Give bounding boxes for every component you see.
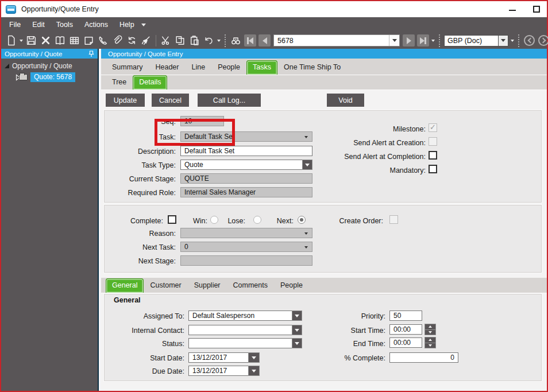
percent-complete-field[interactable]: 0 [389, 352, 458, 363]
call-log-button[interactable]: Call Log... [198, 94, 261, 107]
start-time-stepper[interactable] [424, 324, 436, 335]
tab-supplier[interactable]: Supplier [188, 279, 227, 293]
history-forward-icon[interactable] [538, 35, 548, 46]
lose-label: Lose: [218, 217, 245, 225]
currency-dropdown-icon[interactable] [498, 36, 508, 46]
currency-value[interactable]: GBP (Doc) [445, 37, 498, 45]
tab-customer[interactable]: Customer [144, 279, 187, 293]
tab-people[interactable]: People [274, 279, 309, 293]
due-date-value[interactable]: 13/12/2017 [188, 366, 248, 376]
end-time-field[interactable]: 00:00 [389, 337, 422, 348]
toolbar-dotted-separator [518, 34, 519, 47]
cancel-button[interactable]: Cancel [152, 94, 189, 107]
delete-icon[interactable] [38, 34, 53, 48]
nav-last-icon[interactable] [417, 34, 429, 46]
due-date-calendar-icon[interactable] [248, 366, 260, 376]
new-dropdown-icon[interactable] [20, 40, 23, 42]
tree-expanded-icon[interactable] [5, 64, 9, 68]
record-id-dropdown-icon[interactable] [389, 35, 399, 46]
lose-radio[interactable] [253, 216, 261, 224]
record-id-value[interactable]: 5678 [274, 37, 389, 45]
tab-comments[interactable]: Comments [227, 279, 274, 293]
currency-combo[interactable]: GBP (Doc) [444, 35, 508, 46]
contacts-icon[interactable] [53, 34, 67, 48]
minimize-button[interactable] [509, 10, 516, 11]
memo-icon[interactable] [82, 34, 96, 48]
grid-icon[interactable] [67, 34, 82, 48]
tree-child-label[interactable]: Quote: 5678 [30, 72, 75, 82]
toolbar-dotted-separator [439, 34, 440, 47]
folder-icon [19, 74, 28, 80]
nav-overflow-icon[interactable] [431, 40, 435, 42]
menu-help[interactable]: Help [114, 18, 140, 31]
tree-root-node[interactable]: Opportunity / Quote [5, 61, 98, 71]
menu-tools[interactable]: Tools [51, 18, 79, 31]
next-task-dropdown: 0 [180, 242, 312, 252]
start-date-picker[interactable]: 13/12/2017 [188, 352, 260, 363]
copy-icon[interactable] [173, 34, 187, 48]
step-up-icon[interactable] [424, 324, 436, 330]
start-time-field[interactable]: 00:00 [389, 324, 422, 335]
tab-people[interactable]: People [211, 61, 246, 75]
tab-general[interactable]: General [106, 278, 144, 293]
status-value[interactable] [188, 338, 292, 348]
maximize-button[interactable] [533, 6, 540, 13]
assigned-to-value[interactable]: Default Salesperson [188, 311, 292, 321]
refresh-icon[interactable] [125, 34, 139, 48]
menu-overflow-icon[interactable] [141, 24, 146, 26]
clear-icon[interactable] [139, 34, 153, 48]
record-id-combo[interactable]: 5678 [273, 34, 400, 46]
menu-edit[interactable]: Edit [26, 18, 51, 31]
tree-child-node[interactable]: Quote: 5678 [5, 72, 98, 82]
currency-overflow-icon[interactable] [511, 40, 514, 42]
tab-tree[interactable]: Tree [106, 76, 133, 90]
step-down-icon[interactable] [424, 343, 436, 349]
nav-next-icon[interactable] [403, 34, 415, 46]
undo-icon[interactable] [202, 34, 216, 48]
step-down-icon[interactable] [424, 330, 436, 336]
internal-contact-value[interactable] [188, 325, 292, 335]
void-button[interactable]: Void [327, 94, 364, 107]
tab-line[interactable]: Line [185, 61, 211, 75]
nav-prev-icon[interactable] [258, 34, 271, 46]
menu-actions[interactable]: Actions [79, 18, 114, 31]
paste-icon[interactable] [187, 34, 202, 48]
tab-details[interactable]: Details [133, 75, 167, 90]
start-date-value[interactable]: 13/12/2017 [188, 352, 248, 363]
task-subtabs: Tree Details [101, 75, 547, 90]
tree-collapse-icon[interactable] [13, 75, 17, 80]
attachment-icon[interactable] [110, 34, 125, 48]
due-date-picker[interactable]: 13/12/2017 [188, 366, 260, 376]
end-time-stepper[interactable] [424, 337, 436, 348]
assigned-to-label: Assigned To: [101, 312, 184, 320]
tab-header[interactable]: Header [149, 61, 185, 75]
general-tabs: General Customer Supplier Comments Peopl… [101, 278, 547, 293]
end-time-label: End Time: [291, 340, 385, 348]
pin-icon[interactable] [88, 51, 94, 57]
undo-dropdown-icon[interactable] [217, 40, 221, 42]
phone-icon[interactable] [96, 34, 110, 48]
menu-file[interactable]: File [3, 18, 26, 31]
save-icon[interactable] [24, 34, 38, 48]
assigned-to-dropdown[interactable]: Default Salesperson [188, 311, 302, 321]
start-date-calendar-icon[interactable] [248, 352, 260, 363]
win-radio[interactable] [210, 216, 218, 224]
tree-root-label[interactable]: Opportunity / Quote [12, 62, 72, 70]
alert-completion-checkbox[interactable] [429, 151, 437, 160]
status-dropdown[interactable] [188, 338, 302, 348]
tab-one-time-ship-to[interactable]: One Time Ship To [277, 61, 347, 75]
new-icon[interactable] [4, 34, 18, 48]
tab-summary[interactable]: Summary [106, 61, 149, 75]
complete-checkbox[interactable] [168, 215, 176, 224]
tab-tasks[interactable]: Tasks [246, 60, 277, 75]
priority-field[interactable]: 50 [389, 311, 422, 321]
search-icon[interactable] [229, 34, 243, 48]
cut-icon[interactable] [159, 34, 173, 48]
step-up-icon[interactable] [424, 337, 436, 343]
internal-contact-dropdown[interactable] [188, 325, 302, 335]
next-radio[interactable] [298, 216, 306, 224]
nav-first-icon[interactable] [244, 34, 256, 46]
update-button[interactable]: Update [106, 94, 145, 107]
mandatory-checkbox[interactable] [429, 165, 437, 173]
history-back-icon[interactable] [524, 35, 535, 46]
